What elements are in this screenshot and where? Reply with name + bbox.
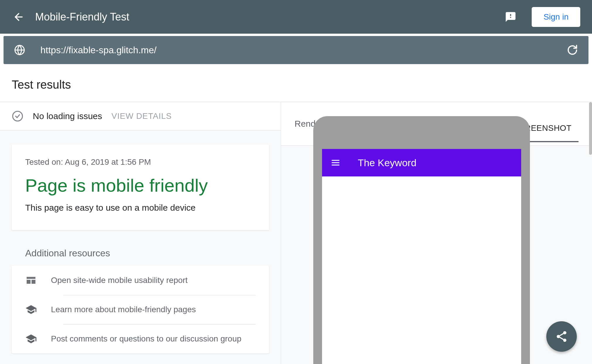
svg-point-3 [13, 111, 22, 121]
school-icon [25, 304, 37, 315]
school-icon [25, 333, 37, 345]
resources-heading: Additional resources [25, 248, 269, 259]
reload-icon[interactable] [567, 44, 578, 56]
scrollbar[interactable] [589, 102, 592, 155]
resource-label: Learn more about mobile-friendly pages [51, 305, 196, 314]
result-card: Tested on: Aug 6, 2019 at 1:56 PM Page i… [12, 145, 269, 230]
resource-label: Post comments or questions to our discus… [51, 334, 242, 344]
svg-line-11 [560, 334, 564, 336]
phone-header: The Keyword [322, 149, 521, 176]
signin-button[interactable]: Sign in [532, 7, 580, 27]
svg-point-8 [557, 335, 560, 338]
resource-item[interactable]: Open site-wide mobile usability report [12, 266, 269, 295]
svg-point-7 [563, 331, 567, 334]
resource-label: Open site-wide mobile usability report [51, 276, 188, 285]
loading-status-text: No loading issues [33, 111, 102, 121]
feedback-icon[interactable] [505, 11, 516, 23]
back-arrow-icon[interactable] [12, 10, 26, 24]
svg-line-10 [560, 337, 564, 339]
resource-item[interactable]: Learn more about mobile-friendly pages [12, 295, 269, 324]
resource-item[interactable]: Post comments or questions to our discus… [12, 324, 269, 353]
preview-column: Rendered page HTML SCREENSHOT The Keywor… [281, 102, 592, 364]
results-column: No loading issues VIEW DETAILS Tested on… [0, 102, 281, 364]
globe-icon [14, 44, 25, 56]
phone-mockup: The Keyword [313, 116, 530, 364]
view-details-link[interactable]: VIEW DETAILS [112, 111, 172, 121]
url-bar[interactable]: https://fixable-spa.glitch.me/ [4, 36, 588, 64]
hamburger-icon [331, 158, 340, 167]
loading-status-row: No loading issues VIEW DETAILS [0, 102, 281, 131]
share-button[interactable] [546, 321, 577, 352]
app-title: Mobile-Friendly Test [35, 11, 495, 23]
section-title: Test results [0, 67, 592, 102]
check-circle-icon [12, 110, 23, 122]
phone-screen: The Keyword [322, 149, 521, 364]
svg-point-9 [563, 339, 567, 342]
app-header: Mobile-Friendly Test Sign in [0, 0, 592, 34]
browser-icon [25, 274, 37, 286]
tested-url: https://fixable-spa.glitch.me/ [40, 45, 552, 56]
phone-title: The Keyword [358, 157, 416, 169]
verdict-heading: Page is mobile friendly [25, 175, 256, 196]
resources-card: Open site-wide mobile usability report L… [12, 266, 269, 353]
verdict-subtext: This page is easy to use on a mobile dev… [25, 203, 256, 213]
tested-on-text: Tested on: Aug 6, 2019 at 1:56 PM [25, 157, 256, 167]
